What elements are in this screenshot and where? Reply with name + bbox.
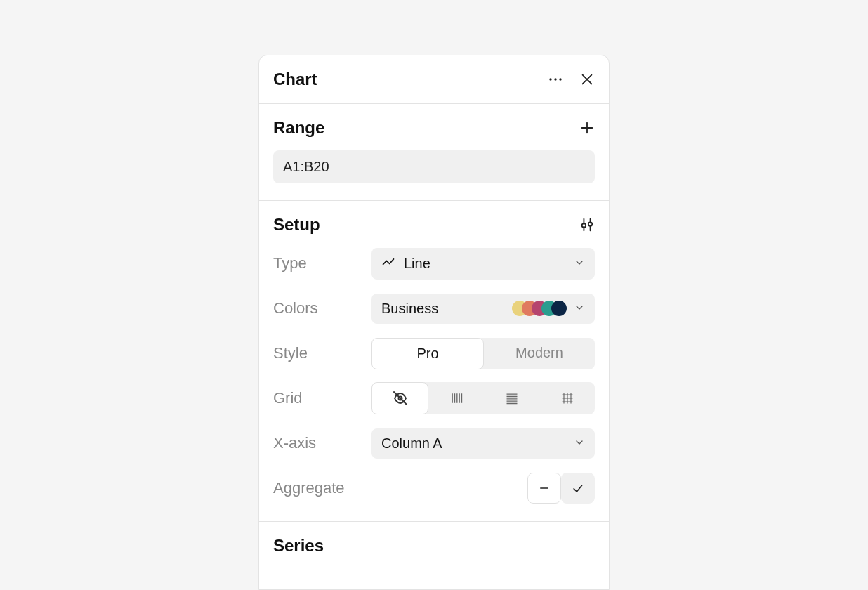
style-label: Style [273,344,371,362]
svg-point-4 [588,222,593,226]
grid-toggle [371,382,595,414]
header-actions [547,71,595,88]
swatch [551,301,567,316]
chart-settings-panel: Chart Range A1:B20 Setup Type [258,55,610,590]
type-value: Line [404,256,430,272]
xaxis-select[interactable]: Column A [371,428,595,459]
chevron-down-icon [574,301,585,317]
style-toggle: Pro Modern [371,338,595,369]
xaxis-label: X-axis [273,434,371,452]
range-section: Range A1:B20 [259,104,609,201]
series-title: Series [273,536,595,556]
style-row: Style Pro Modern [273,337,595,369]
svg-point-0 [549,78,551,80]
line-chart-icon [381,255,395,273]
xaxis-row: X-axis Column A [273,427,595,459]
color-swatches [512,301,567,316]
type-row: Type Line [273,247,595,280]
grid-none-icon[interactable] [371,382,428,414]
aggregate-row: Aggregate [273,472,595,504]
aggregate-toggle [527,473,595,504]
panel-title: Chart [273,70,317,89]
colors-label: Colors [273,299,371,317]
style-option-modern[interactable]: Modern [484,338,595,369]
setup-title: Setup [273,215,320,235]
type-select[interactable]: Line [371,248,595,280]
svg-point-3 [582,223,586,228]
setup-head: Setup [273,215,595,235]
series-section: Series [259,522,609,556]
range-head: Range [273,118,595,138]
chevron-down-icon [574,435,585,452]
plus-icon[interactable] [579,120,595,136]
svg-point-2 [559,78,561,80]
xaxis-value: Column A [381,435,442,452]
colors-row: Colors Business [273,292,595,324]
type-label: Type [273,254,371,273]
style-option-pro[interactable]: Pro [371,338,484,369]
panel-header: Chart [259,55,609,104]
grid-horizontal-icon[interactable] [484,382,539,414]
setup-section: Setup Type Line Colors [259,201,609,522]
svg-point-1 [554,78,556,80]
colors-value: Business [381,301,438,317]
sliders-icon[interactable] [579,217,595,232]
grid-row: Grid [273,382,595,414]
grid-both-icon[interactable] [539,382,595,414]
aggregate-label: Aggregate [273,479,371,497]
range-input[interactable]: A1:B20 [273,150,595,183]
grid-label: Grid [273,389,371,407]
range-title: Range [273,118,324,138]
more-icon[interactable] [547,71,564,88]
close-icon[interactable] [579,72,595,87]
colors-select[interactable]: Business [371,294,595,324]
grid-vertical-icon[interactable] [428,382,484,414]
aggregate-none-button[interactable] [527,473,561,504]
chevron-down-icon [574,256,585,272]
aggregate-check-button[interactable] [561,473,595,504]
